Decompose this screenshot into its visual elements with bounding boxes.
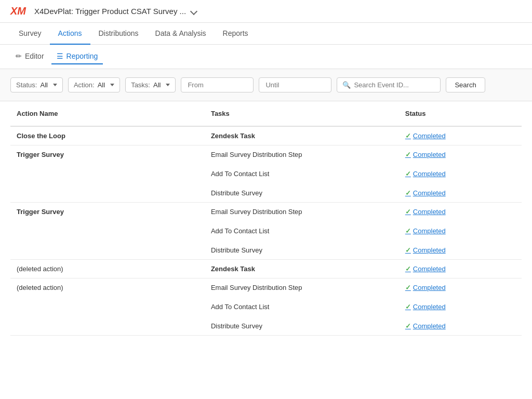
status-label: Completed [413,227,446,235]
editor-icon: ✏ [16,52,22,60]
status-label: Completed [413,284,446,291]
action-name-cell: (deleted action) [10,260,205,278]
table-row: (deleted action)Zendesk Task✓Completed [10,260,522,278]
tab-survey[interactable]: Survey [10,23,50,45]
subnav-editor-label: Editor [25,52,44,60]
tasks-cell: Email Survey Distribution StepAdd To Con… [205,278,399,336]
logo-m: M [17,5,26,17]
actions-table-container: Action Name Tasks Status Close the LoopZ… [0,101,532,336]
action-name-cell: Trigger Survey [10,145,205,203]
status-cell: ✓Completed✓Completed✓Completed [399,145,522,203]
status-cell: ✓Completed [399,260,522,278]
tasks-cell: Zendesk Task [205,126,399,145]
status-cell: ✓Completed [399,126,522,145]
status-filter-value: All [40,81,47,89]
check-icon: ✓ [405,227,411,235]
task-name: Email Survey Distribution Step [211,151,393,158]
tasks-filter-label: Tasks: [131,81,150,89]
action-name-text: (deleted action) [17,284,63,291]
task-name: Distribute Survey [211,322,393,330]
action-name-text: Close the Loop [17,132,65,140]
table-row: Trigger SurveyEmail Survey Distribution … [10,203,522,260]
sub-nav: ✏ Editor ☰ Reporting [0,45,532,69]
action-name-cell: Trigger Survey [10,203,205,260]
status-cell: ✓Completed✓Completed✓Completed [399,278,522,336]
tasks-filter[interactable]: Tasks: All [125,77,176,92]
task-name: Add To Contact List [211,303,393,311]
action-name-cell: Close the Loop [10,126,205,145]
status-label: Completed [413,208,446,216]
app-title: X4DevPlat: Trigger Product CSAT Survey .… [34,7,196,16]
check-icon: ✓ [405,265,411,273]
status-cell: ✓Completed✓Completed✓Completed [399,203,522,260]
status-label: Completed [413,189,446,197]
status-label: Completed [413,246,446,254]
action-filter[interactable]: Action: All [68,77,120,92]
task-name: Zendesk Task [211,132,393,140]
tab-reports[interactable]: Reports [215,23,257,45]
status-badge[interactable]: ✓Completed [405,208,515,216]
col-tasks: Tasks [205,101,399,126]
check-icon: ✓ [405,303,411,311]
app-title-text: X4DevPlat: Trigger Product CSAT Survey .… [34,7,186,16]
status-badge[interactable]: ✓Completed [405,246,515,254]
status-badge[interactable]: ✓Completed [405,132,515,140]
status-badge[interactable]: ✓Completed [405,284,515,291]
col-status: Status [399,101,522,126]
event-id-search-wrapper: 🔍 [337,77,441,92]
action-name-text: Trigger Survey [17,151,64,158]
from-date-input[interactable] [181,77,254,92]
status-filter-label: Status: [16,81,37,89]
tasks-cell: Email Survey Distribution StepAdd To Con… [205,145,399,203]
filter-bar: Status: All Action: All Tasks: All 🔍 Sea… [0,69,532,101]
subnav-reporting[interactable]: ☰ Reporting [51,49,103,64]
tab-distributions[interactable]: Distributions [90,23,147,45]
status-badge[interactable]: ✓Completed [405,227,515,235]
status-badge[interactable]: ✓Completed [405,265,515,273]
task-name: Email Survey Distribution Step [211,208,393,216]
event-id-search-icon: 🔍 [342,81,351,89]
check-icon: ✓ [405,170,411,178]
status-label: Completed [413,132,446,140]
search-button[interactable]: Search [446,77,485,92]
actions-table: Action Name Tasks Status Close the LoopZ… [10,101,522,336]
task-name: Distribute Survey [211,246,393,254]
action-name-text: Trigger Survey [17,208,64,216]
status-dropdown-icon [53,84,57,86]
action-filter-value: All [98,81,105,89]
status-badge[interactable]: ✓Completed [405,151,515,158]
table-row: Close the LoopZendesk Task✓Completed [10,126,522,145]
action-dropdown-icon [110,84,114,86]
app-header: XM X4DevPlat: Trigger Product CSAT Surve… [0,0,532,23]
table-row: (deleted action)Email Survey Distributio… [10,278,522,336]
status-label: Completed [413,303,446,311]
tasks-dropdown-icon [166,84,170,86]
check-icon: ✓ [405,151,411,158]
status-badge[interactable]: ✓Completed [405,170,515,178]
action-filter-label: Action: [74,81,95,89]
subnav-editor[interactable]: ✏ Editor [10,49,49,64]
table-row: Trigger SurveyEmail Survey Distribution … [10,145,522,203]
title-dropdown-icon[interactable] [190,7,197,15]
status-label: Completed [413,170,446,178]
until-date-input[interactable] [259,77,331,92]
action-name-cell: (deleted action) [10,278,205,336]
tab-data-analysis[interactable]: Data & Analysis [147,23,215,45]
status-label: Completed [413,322,446,330]
status-badge[interactable]: ✓Completed [405,322,515,330]
xm-logo: XM [10,5,26,17]
check-icon: ✓ [405,189,411,197]
subnav-reporting-label: Reporting [66,52,98,60]
action-name-text: (deleted action) [17,265,63,273]
tab-actions[interactable]: Actions [50,23,90,45]
status-badge[interactable]: ✓Completed [405,189,515,197]
logo-x: X [10,5,17,17]
task-name: Distribute Survey [211,189,393,197]
event-id-input[interactable] [354,81,435,89]
reporting-icon: ☰ [57,52,63,60]
status-label: Completed [413,151,446,158]
status-badge[interactable]: ✓Completed [405,303,515,311]
tasks-filter-value: All [153,81,161,89]
status-filter[interactable]: Status: All [10,77,63,92]
status-label: Completed [413,265,446,273]
